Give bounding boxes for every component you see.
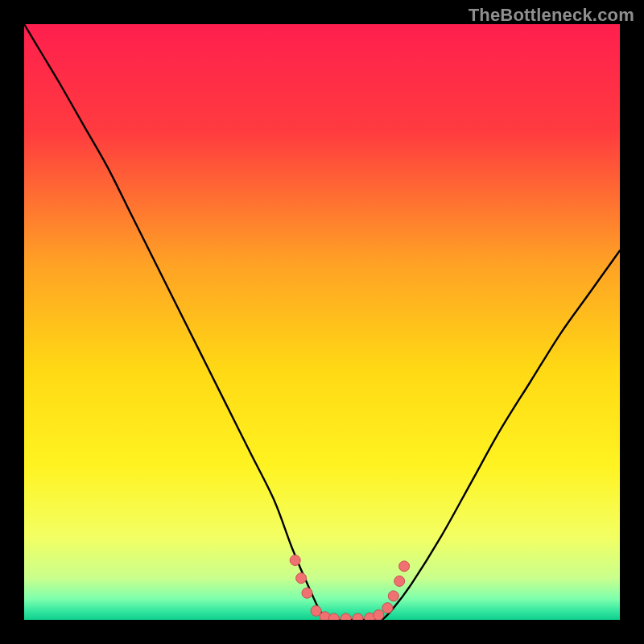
valley-marker <box>353 613 363 620</box>
valley-marker <box>296 573 307 584</box>
valley-marker <box>388 591 398 601</box>
valley-marker <box>311 605 321 616</box>
valley-marker <box>399 561 410 572</box>
valley-marker <box>302 588 312 598</box>
valley-marker <box>328 613 339 620</box>
valley-marker <box>341 613 351 620</box>
watermark-text: TheBottleneck.com <box>469 5 634 26</box>
valley-marker <box>382 603 393 613</box>
valley-marker <box>290 555 300 566</box>
valley-marker <box>374 610 384 620</box>
chart-frame: TheBottleneck.com <box>0 0 644 644</box>
plot-area <box>24 24 620 620</box>
bottleneck-curve <box>24 24 620 620</box>
valley-marker <box>394 576 405 586</box>
curve-layer <box>24 24 620 620</box>
